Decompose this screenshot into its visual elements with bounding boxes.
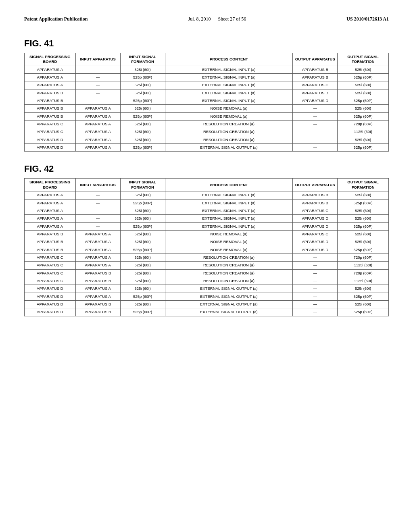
table-cell: — (293, 285, 338, 293)
table-row: APPARATUS CAPPARATUS A525i (60I)RESOLUTI… (25, 262, 389, 269)
fig41-table: SIGNAL PROCESSING BOARD INPUT APPARATUS … (24, 53, 389, 152)
table-cell: EXTERNAL SIGNAL INPUT (a) (165, 222, 293, 230)
table-cell: — (293, 293, 338, 300)
table-cell: RESOLUTION CREATION (a) (165, 254, 293, 261)
table-cell: — (75, 191, 120, 199)
table-cell: 525p (60P) (338, 74, 389, 81)
table-cell: APPARATUS C (25, 277, 76, 285)
table-cell: — (293, 128, 338, 136)
table-cell: APPARATUS A (75, 246, 120, 254)
table-cell: — (293, 112, 338, 120)
table-cell: EXTERNAL SIGNAL INPUT (a) (165, 89, 293, 97)
table-cell: 525i (60I) (120, 105, 165, 112)
header-publication: Patent Application Publication (24, 16, 88, 22)
table-row: APPARATUS BAPPARATUS A525p (60P)NOISE RE… (25, 112, 389, 120)
fig42-col-process: PROCESS CONTENT (165, 179, 293, 191)
table-cell: EXTERNAL SIGNAL OUTPUT (a) (165, 300, 293, 308)
table-cell: APPARATUS C (25, 121, 76, 128)
fig42-col-input-app: INPUT APPARATUS (75, 179, 120, 191)
table-cell: 720p (60P) (338, 269, 389, 277)
fig41-header-row: SIGNAL PROCESSING BOARD INPUT APPARATUS … (25, 53, 389, 66)
table-cell: APPARATUS B (293, 191, 338, 199)
table-cell: 525i (60I) (338, 207, 389, 214)
header-sheet: Sheet 27 of 56 (218, 16, 246, 22)
table-cell: APPARATUS A (75, 238, 120, 246)
table-cell: 525i (60I) (120, 300, 165, 308)
table-cell: APPARATUS D (293, 222, 338, 230)
table-cell: 525i (60I) (120, 285, 165, 293)
table-cell: 525i (60I) (338, 230, 389, 238)
table-cell: 525i (60I) (338, 105, 389, 112)
table-cell: — (75, 66, 120, 73)
table-cell: EXTERNAL SIGNAL INPUT (a) (165, 74, 293, 81)
table-cell: 525i (60I) (120, 128, 165, 136)
header-date: Jul. 8, 2010 (188, 16, 211, 22)
table-cell: 525i (60I) (338, 300, 389, 308)
table-cell: 525i (60I) (338, 81, 389, 89)
table-row: APPARATUS BAPPARATUS A525i (60I)NOISE RE… (25, 238, 389, 246)
table-cell: RESOLUTION CREATION (a) (165, 121, 293, 128)
table-cell: APPARATUS C (25, 262, 76, 269)
table-cell: APPARATUS C (293, 207, 338, 214)
table-row: APPARATUS DAPPARATUS A525i (60I)EXTERNAL… (25, 285, 389, 293)
table-cell: 1125i (60I) (338, 262, 389, 269)
table-cell: APPARATUS A (75, 254, 120, 261)
table-cell: APPARATUS D (25, 285, 76, 293)
table-cell: 525p (60P) (338, 308, 389, 316)
table-cell: EXTERNAL SIGNAL INPUT (a) (165, 207, 293, 214)
table-cell: — (293, 277, 338, 285)
table-row: APPARATUS B—525i (60I)EXTERNAL SIGNAL IN… (25, 89, 389, 97)
table-cell: — (293, 269, 338, 277)
table-cell: APPARATUS C (25, 269, 76, 277)
table-cell: APPARATUS A (75, 105, 120, 112)
table-cell: APPARATUS B (293, 199, 338, 207)
table-cell: 525i (60I) (338, 191, 389, 199)
table-cell: NOISE REMOVAL (a) (165, 246, 293, 254)
table-row: APPARATUS A—525p (60P)EXTERNAL SIGNAL IN… (25, 199, 389, 207)
fig41-col-output-app: OUTPUT APPARATUS (293, 53, 338, 66)
table-cell: APPARATUS D (25, 144, 76, 152)
table-row: APPARATUS DAPPARATUS A525p (60P)EXTERNAL… (25, 144, 389, 152)
fig42-header-row: SIGNAL PROCESSING BOARD INPUT APPARATUS … (25, 179, 389, 191)
table-row: APPARATUS BAPPARATUS A525i (60I)NOISE RE… (25, 230, 389, 238)
table-cell: 525p (60P) (120, 246, 165, 254)
table-cell: 525i (60I) (338, 215, 389, 222)
table-cell: 1125i (60I) (338, 128, 389, 136)
table-cell: RESOLUTION CREATION (a) (165, 136, 293, 143)
table-cell: 525p (60P) (338, 112, 389, 120)
table-cell: 525i (60I) (120, 191, 165, 199)
fig42-col-output-signal: OUTPUT SIGNAL FORMATION (338, 179, 389, 191)
table-cell: RESOLUTION CREATION (a) (165, 277, 293, 285)
fig42-table: SIGNAL PROCESSING BOARD INPUT APPARATUS … (24, 178, 389, 316)
fig41-col-output-signal: OUTPUT SIGNAL FORMATION (338, 53, 389, 66)
table-cell: 525p (60P) (120, 308, 165, 316)
table-cell: 525i (60I) (338, 238, 389, 246)
table-cell: 525i (60I) (338, 89, 389, 97)
table-cell: — (293, 121, 338, 128)
table-cell: APPARATUS B (25, 97, 76, 105)
table-cell: 525p (60P) (338, 222, 389, 230)
table-cell: APPARATUS B (25, 230, 76, 238)
table-cell: RESOLUTION CREATION (a) (165, 128, 293, 136)
table-cell: APPARATUS C (25, 128, 76, 136)
table-cell: 525p (60P) (120, 222, 165, 230)
table-row: APPARATUS DAPPARATUS B525i (60I)EXTERNAL… (25, 300, 389, 308)
table-cell: 525i (60I) (120, 262, 165, 269)
table-cell: 525i (60I) (338, 66, 389, 73)
table-row: APPARATUS A—525i (60I)EXTERNAL SIGNAL IN… (25, 215, 389, 222)
table-cell: NOISE REMOVAL (a) (165, 230, 293, 238)
table-cell: 525i (60I) (120, 89, 165, 97)
table-cell: — (75, 81, 120, 89)
table-cell: EXTERNAL SIGNAL INPUT (a) (165, 97, 293, 105)
table-cell: APPARATUS D (293, 215, 338, 222)
table-cell: 525i (60I) (120, 66, 165, 73)
table-cell: — (75, 222, 120, 230)
table-cell: 525i (60I) (120, 277, 165, 285)
table-cell: 525p (60P) (120, 97, 165, 105)
table-cell: APPARATUS B (25, 105, 76, 112)
table-cell: 525p (60P) (338, 246, 389, 254)
table-cell: 1125i (60I) (338, 277, 389, 285)
table-cell: — (293, 254, 338, 261)
table-cell: APPARATUS A (25, 215, 76, 222)
table-cell: APPARATUS A (25, 199, 76, 207)
